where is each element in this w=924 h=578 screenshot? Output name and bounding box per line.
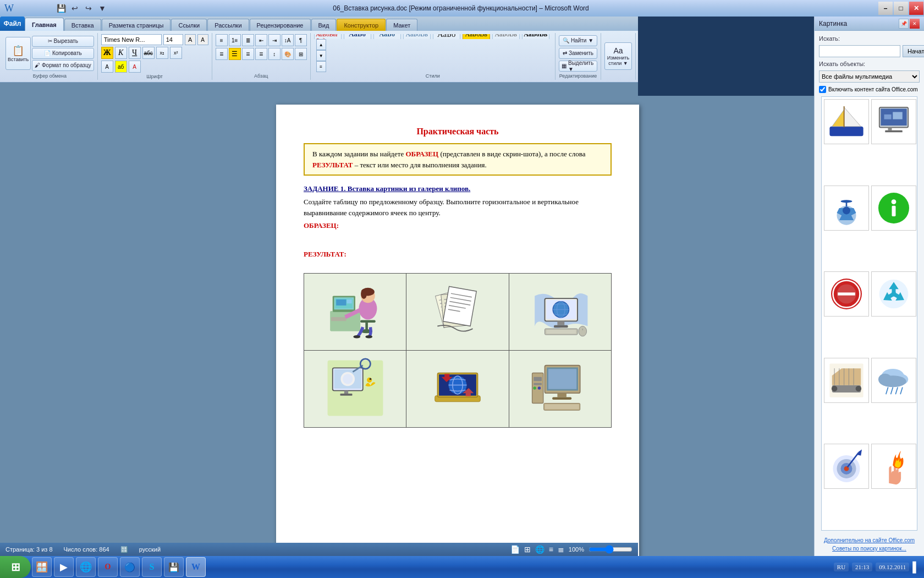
grow-font-button[interactable]: A — [185, 34, 196, 45]
panel-pin-button[interactable]: 📌 — [899, 19, 909, 29]
taskbar-explorer[interactable]: 🪟 — [32, 557, 52, 577]
panel-tips-link[interactable]: Советы по поиску картинок... — [821, 546, 917, 552]
tab-mailings[interactable]: Рассылки — [207, 19, 249, 31]
sort-button[interactable]: ↕A — [282, 34, 294, 46]
file-tab[interactable]: Файл — [0, 17, 25, 31]
clipart-item-8[interactable] — [871, 358, 916, 403]
strikethrough-button[interactable]: aбc — [142, 47, 155, 59]
undo-quick-button[interactable]: ↩ — [69, 2, 81, 14]
format-painter-button[interactable]: 🖌Формат по образцу — [32, 60, 94, 71]
quick-access-dropdown[interactable]: ▼ — [96, 2, 108, 14]
underline-button[interactable]: Ч — [129, 47, 141, 59]
view-print-button[interactable]: 📄 — [510, 545, 520, 554]
line-spacing-button[interactable]: ↕ — [268, 48, 280, 60]
subscript-button[interactable]: x₂ — [156, 47, 168, 59]
tab-constructor[interactable]: Конструктор — [337, 19, 386, 31]
clipart-item-2[interactable] — [871, 99, 916, 144]
taskbar-skype[interactable]: S — [142, 557, 162, 577]
change-style-button[interactable]: Aa Изменитьстили ▼ — [604, 42, 632, 70]
panel-office-checkbox[interactable] — [819, 86, 826, 93]
highlight-button[interactable]: аб — [115, 61, 127, 73]
align-right-button[interactable]: ≡ — [242, 48, 254, 60]
find-button[interactable]: 🔍Найти ▼ — [559, 35, 597, 46]
redo-quick-button[interactable]: ↪ — [82, 2, 95, 14]
paragraph-marks-button[interactable]: ¶ — [295, 34, 307, 46]
taskbar-save[interactable]: 💾 — [164, 557, 184, 577]
clipart-item-7[interactable] — [824, 358, 869, 403]
bold-button[interactable]: Ж — [101, 47, 113, 59]
tray-lang[interactable]: RU — [834, 563, 849, 571]
tab-insert[interactable]: Вставка — [64, 19, 101, 31]
document-scroll-area[interactable]: Практическая часть В каждом задании вы н… — [0, 96, 915, 578]
clipart-item-5[interactable] — [824, 271, 869, 317]
align-center-button[interactable]: ☰ — [229, 48, 241, 60]
superscript-button[interactable]: x² — [170, 47, 182, 59]
panel-search-input[interactable] — [819, 45, 900, 57]
save-quick-button[interactable]: 💾 — [55, 2, 67, 14]
maximize-button[interactable]: □ — [894, 2, 908, 15]
view-fullscreen-button[interactable]: ⊞ — [524, 545, 531, 554]
clipart-item-3[interactable] — [824, 186, 869, 231]
taskbar-opera[interactable]: O — [98, 557, 118, 577]
indent-increase-button[interactable]: ⇥ — [268, 34, 280, 46]
align-left-button[interactable]: ≡ — [216, 48, 228, 60]
font-color-button[interactable]: А — [129, 61, 141, 73]
style-heading3[interactable]: АаБб ¶ Заголов... — [373, 34, 401, 39]
panel-office-link[interactable]: Дополнительно на сайте Office.com — [821, 537, 917, 543]
replace-button[interactable]: ⇄Заменить — [559, 48, 597, 59]
bullets-button[interactable]: ≡ — [216, 34, 228, 46]
font-name-input[interactable]: Times New R... — [101, 34, 162, 45]
cut-button[interactable]: ✂Вырезать — [32, 36, 94, 47]
select-button[interactable]: ▦Выделить ▼ — [559, 61, 597, 72]
show-desktop-button[interactable]: ▌ — [912, 561, 920, 573]
clipart-item-9[interactable] — [824, 444, 869, 489]
panel-objects-select[interactable]: Все файлы мультимедиа — [819, 70, 920, 83]
multilevel-button[interactable]: ≣ — [242, 34, 254, 46]
taskbar-media[interactable]: ▶ — [54, 557, 74, 577]
style-heading4[interactable]: АаБбВв ¶ Заголов... — [403, 34, 431, 39]
justify-button[interactable]: ≡ — [255, 48, 267, 60]
taskbar-word[interactable]: W — [186, 557, 206, 577]
tab-layout[interactable]: Макет — [386, 19, 417, 31]
text-effects-button[interactable]: A — [101, 61, 113, 73]
panel-start-button[interactable]: Начать — [903, 45, 924, 57]
taskbar-ie[interactable]: 🌐 — [76, 557, 96, 577]
styles-scroll-down[interactable]: ▼ — [316, 50, 326, 61]
tab-page-layout[interactable]: Разметка страницы — [102, 19, 171, 31]
clipart-item-4[interactable] — [871, 186, 916, 231]
tab-review[interactable]: Рецензирование — [250, 19, 311, 31]
borders-button[interactable]: ⊞ — [295, 48, 307, 60]
tab-references[interactable]: Ссылки — [171, 19, 207, 31]
style-title[interactable]: АаБб ¶ Название — [433, 34, 460, 39]
tab-home[interactable]: Главная — [25, 18, 64, 31]
start-button[interactable]: ⊞ — [0, 556, 31, 578]
clipart-item-1[interactable] — [824, 99, 869, 144]
clipart-item-10[interactable] — [871, 444, 916, 489]
shrink-font-button[interactable]: A — [197, 34, 208, 45]
font-size-input[interactable]: 14 — [163, 34, 183, 45]
style-normal[interactable]: АаБбВв ¶ Обычный — [463, 34, 490, 39]
style-subtitle[interactable]: АаБбВв Подзагол... — [492, 34, 520, 39]
panel-close-button[interactable]: ✕ — [910, 19, 920, 29]
taskbar-chrome[interactable]: 🔵 — [120, 557, 140, 577]
tab-view[interactable]: Вид — [311, 19, 337, 31]
clipart-item-6[interactable] — [871, 271, 916, 317]
styles-more[interactable]: ≡ — [316, 61, 326, 72]
style-strong[interactable]: АаБбВв Строгий — [522, 34, 549, 39]
language-indicator[interactable]: русский — [139, 546, 161, 553]
style-heading2[interactable]: АаБб ¶ Заголов... — [344, 34, 371, 39]
view-outline-button[interactable]: ≡ — [549, 545, 553, 554]
numbering-button[interactable]: 1≡ — [229, 34, 241, 46]
copy-button[interactable]: 📄Копировать — [32, 48, 94, 59]
minimize-button[interactable]: – — [878, 2, 893, 15]
shading-button[interactable]: 🎨 — [282, 48, 294, 60]
view-draft-button[interactable]: ≣ — [558, 545, 564, 554]
italic-button[interactable]: К — [115, 47, 127, 59]
styles-scroll-up[interactable]: ▲ — [316, 39, 326, 50]
close-button[interactable]: ✕ — [909, 2, 923, 15]
view-web-button[interactable]: 🌐 — [535, 545, 544, 554]
indent-decrease-button[interactable]: ⇤ — [255, 34, 267, 46]
zoom-slider[interactable] — [588, 545, 632, 554]
style-heading1[interactable]: АаБбВвГ Выделение — [314, 34, 342, 39]
paste-button[interactable]: 📋 Вставить — [6, 37, 31, 70]
